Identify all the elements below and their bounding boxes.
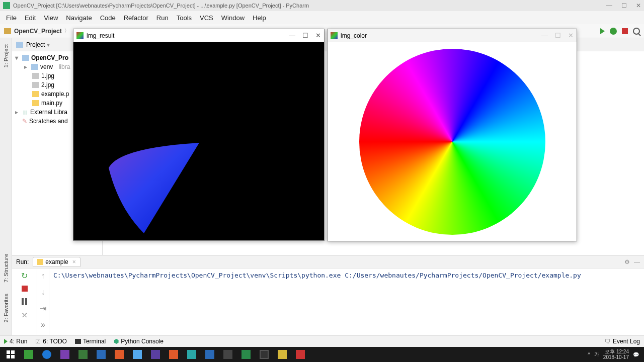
run-panel: Run: example × ⚙ — ↻ ⤫ ↑ ↓ <box>12 255 644 335</box>
taskbar-app[interactable] <box>56 348 73 361</box>
bottom-todo[interactable]: ☑6: TODO <box>35 338 67 345</box>
cv-title-2: img_color <box>341 32 367 39</box>
debug-icon[interactable] <box>610 28 617 35</box>
bottom-terminal[interactable]: Terminal <box>75 338 106 345</box>
scroll-up-icon[interactable]: ↑ <box>41 272 45 281</box>
bottom-run[interactable]: 4: Run <box>4 338 27 345</box>
scroll-down-icon[interactable]: ↓ <box>41 288 45 297</box>
taskbar-app[interactable] <box>165 348 182 361</box>
menu-window[interactable]: Window <box>218 13 248 23</box>
project-icon <box>16 42 23 48</box>
taskbar-app[interactable] <box>274 348 291 361</box>
close-button[interactable]: ✕ <box>636 2 641 9</box>
softwrap-icon[interactable]: ⇥ <box>40 304 46 313</box>
svg-rect-3 <box>11 355 15 358</box>
svg-rect-0 <box>7 350 10 354</box>
menu-view[interactable]: View <box>41 13 61 23</box>
tab-project[interactable]: 1: Project <box>2 41 10 70</box>
opencv-icon <box>76 32 84 39</box>
menu-run[interactable]: Run <box>153 13 172 23</box>
bottom-eventlog[interactable]: 🗨Event Log <box>605 338 640 345</box>
windows-taskbar: ^ 가 오후 12:24 2018-10-17 💬 <box>0 347 644 362</box>
menu-help[interactable]: Help <box>250 13 269 23</box>
run-minimize-icon[interactable]: — <box>634 258 640 265</box>
run-toolbar: ↻ ⤫ <box>12 268 37 335</box>
menu-edit[interactable]: Edit <box>22 13 39 23</box>
stop-icon[interactable] <box>21 285 29 293</box>
search-icon[interactable] <box>633 28 640 35</box>
menu-bar: File Edit View Navigate Code Refactor Ru… <box>0 11 644 24</box>
tray-clock[interactable]: 오후 12:24 2018-10-17 <box>603 349 629 360</box>
taskbar-app[interactable] <box>74 348 92 361</box>
color-wheel <box>359 49 545 235</box>
taskbar-app[interactable] <box>111 348 128 361</box>
opencv-window-color[interactable]: img_color — ☐ ✕ <box>327 29 577 241</box>
taskbar-app[interactable] <box>219 348 236 361</box>
cv-color-canvas <box>328 42 577 241</box>
run-tab[interactable]: example × <box>33 257 80 267</box>
run-settings-icon[interactable]: ⚙ <box>624 258 630 265</box>
tab-favorites[interactable]: 2: Favorites <box>2 291 10 325</box>
breadcrumb-project[interactable]: OpenCV_Project <box>14 28 62 35</box>
taskbar-app[interactable] <box>93 348 110 361</box>
folder-icon <box>4 28 11 34</box>
tray-input-icon[interactable]: 가 <box>594 351 599 358</box>
cv1-close-icon[interactable]: ✕ <box>315 32 321 39</box>
system-tray[interactable]: ^ 가 오후 12:24 2018-10-17 💬 <box>588 349 642 360</box>
cv-title-1: img_result <box>87 32 114 39</box>
menu-tools[interactable]: Tools <box>174 13 195 23</box>
terminal-icon <box>75 339 81 344</box>
tray-chevron-icon[interactable]: ^ <box>588 352 590 357</box>
taskbar-app[interactable] <box>201 348 218 361</box>
cv2-minimize-icon[interactable]: — <box>541 32 548 39</box>
rerun-icon[interactable]: ↻ <box>21 272 29 280</box>
opencv-window-result[interactable]: img_result — ☐ ✕ <box>73 29 325 241</box>
taskbar-app[interactable] <box>256 348 273 361</box>
cv1-minimize-icon[interactable]: — <box>289 32 295 39</box>
bottom-pyconsole[interactable]: ⬢Python Console <box>114 338 164 345</box>
run-output[interactable]: C:\Users\webnautes\PycharmProjects\OpenC… <box>49 268 644 335</box>
maximize-button[interactable]: ☐ <box>621 2 627 9</box>
taskbar-app[interactable] <box>38 348 55 361</box>
bottom-tool-bar: 4: Run ☑6: TODO Terminal ⬢Python Console… <box>0 335 644 347</box>
menu-refactor[interactable]: Refactor <box>121 13 151 23</box>
run-icon[interactable] <box>600 28 605 34</box>
project-label[interactable]: Project <box>26 41 45 48</box>
minimize-button[interactable]: — <box>606 2 612 9</box>
taskbar-app[interactable] <box>147 348 164 361</box>
tab-structure[interactable]: 7: Structure <box>2 251 10 286</box>
menu-file[interactable]: File <box>3 13 20 23</box>
svg-rect-2 <box>7 355 10 358</box>
tray-notifications-icon[interactable]: 💬 <box>633 352 639 357</box>
menu-code[interactable]: Code <box>97 13 119 23</box>
svg-rect-1 <box>11 350 15 354</box>
cv-result-canvas <box>73 42 324 240</box>
taskbar-app[interactable] <box>20 348 37 361</box>
cv1-maximize-icon[interactable]: ☐ <box>302 32 308 39</box>
taskbar-app[interactable] <box>292 348 309 361</box>
window-controls: — ☐ ✕ <box>606 2 641 9</box>
pause-icon[interactable] <box>21 298 29 306</box>
run-label: Run: <box>16 258 29 265</box>
taskbar-app[interactable] <box>183 348 200 361</box>
cv2-maximize-icon[interactable]: ☐ <box>555 32 561 39</box>
window-titlebar: OpenCV_Project [C:\Users\webnautes\Pycha… <box>0 0 644 11</box>
left-gutter: 1: Project 7: Structure 2: Favorites <box>0 38 12 335</box>
stop-icon[interactable] <box>622 28 628 34</box>
app-icon <box>3 2 10 9</box>
start-button[interactable] <box>2 348 19 361</box>
menu-vcs[interactable]: VCS <box>197 13 216 23</box>
menu-navigate[interactable]: Navigate <box>63 13 95 23</box>
exit-icon[interactable]: ⤫ <box>21 311 29 319</box>
python-icon <box>37 259 43 265</box>
opencv-icon <box>331 32 338 39</box>
more-icon[interactable]: » <box>41 320 45 329</box>
taskbar-app[interactable] <box>129 348 146 361</box>
cv2-close-icon[interactable]: ✕ <box>568 32 574 39</box>
taskbar-app[interactable] <box>237 348 255 361</box>
window-title: OpenCV_Project [C:\Users\webnautes\Pycha… <box>13 3 309 9</box>
